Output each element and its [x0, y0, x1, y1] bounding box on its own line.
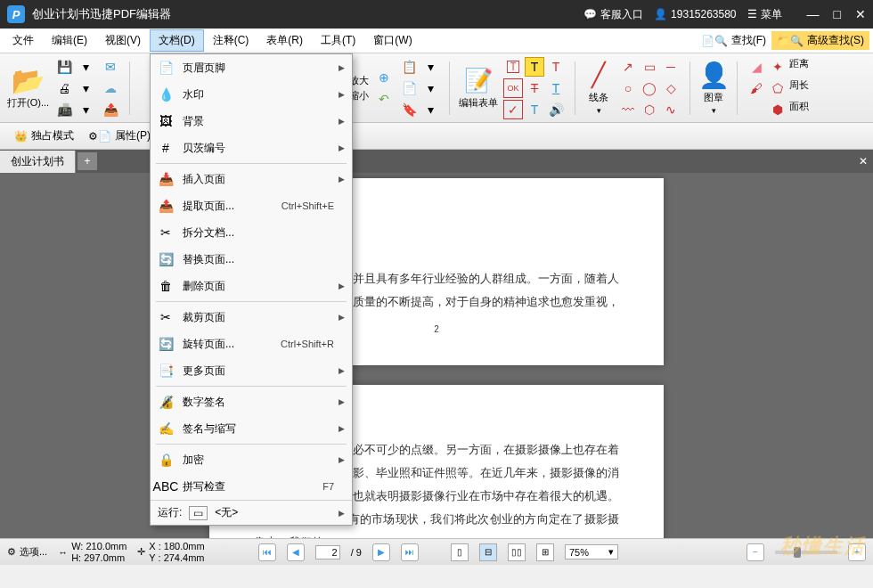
close-tab-button[interactable]: ✕: [859, 155, 868, 167]
menu-item[interactable]: ✂裁剪页面▶: [151, 304, 352, 331]
maximize-icon[interactable]: □: [834, 7, 841, 21]
app-logo-icon: P: [7, 5, 25, 23]
run-selector[interactable]: 运行: ▭ <无> ▶: [151, 500, 352, 525]
highlight-icon[interactable]: T: [525, 57, 544, 77]
cloud-icon[interactable]: ☁: [101, 78, 120, 98]
zoom-out-button[interactable]: −: [747, 543, 764, 561]
rect-icon[interactable]: ▭: [640, 57, 659, 77]
menu-item-label: 更多页面: [183, 363, 330, 379]
ellipse-icon[interactable]: ○: [618, 78, 638, 98]
stamp-button[interactable]: 👤 图章▾: [699, 61, 728, 115]
menu-item[interactable]: 🖼背景▶: [151, 108, 352, 135]
dropdown-icon[interactable]: ▾: [420, 100, 440, 119]
menu-comment[interactable]: 注释(C): [204, 29, 258, 52]
polygon-icon[interactable]: ⬡: [640, 100, 659, 119]
page-input[interactable]: [315, 545, 340, 559]
dropdown-icon[interactable]: ▾: [76, 100, 95, 119]
paste-text-icon[interactable]: 📄: [399, 78, 419, 98]
first-page-button[interactable]: ⏮: [258, 543, 276, 561]
button-icon[interactable]: OK: [503, 78, 523, 98]
polyline-icon[interactable]: 〰: [618, 100, 638, 119]
menu-item[interactable]: 🔄替换页面...: [151, 246, 352, 273]
menu-view[interactable]: 视图(V): [96, 29, 150, 52]
submenu-arrow-icon: ▶: [339, 397, 345, 406]
menu-item[interactable]: ABC拼写检查F7: [151, 473, 352, 500]
textbox-icon[interactable]: 🅃: [503, 57, 523, 77]
brush-icon[interactable]: 🖌: [747, 78, 766, 98]
account-label[interactable]: 👤 19315263580: [654, 8, 736, 20]
open-button[interactable]: 📂 打开(O)...: [7, 66, 49, 110]
prev-page-button[interactable]: ◀: [287, 543, 305, 561]
two-continuous-icon[interactable]: ⊞: [536, 543, 554, 561]
menu-item[interactable]: #贝茨编号▶: [151, 135, 352, 161]
shape-icon[interactable]: ◇: [661, 78, 681, 98]
measure-icon[interactable]: ✦: [768, 57, 787, 77]
find-button[interactable]: 📄🔍 查找(F): [696, 31, 771, 50]
text-blue-icon[interactable]: T: [525, 100, 544, 119]
zoomin-icon[interactable]: ⊕: [374, 68, 394, 87]
menu-item[interactable]: 📤提取页面...Ctrl+Shift+E: [151, 192, 352, 219]
menu-item[interactable]: 🔄旋转页面...Ctrl+Shift+R: [151, 331, 352, 357]
circle-icon[interactable]: ◯: [640, 78, 659, 98]
two-page-icon[interactable]: ▯▯: [508, 543, 526, 561]
options-button[interactable]: ⚙ 选项...: [7, 545, 47, 559]
menu-item[interactable]: 🗑删除页面▶: [151, 273, 352, 299]
close-icon[interactable]: ✕: [855, 7, 866, 21]
dropdown-icon[interactable]: ▾: [76, 57, 95, 77]
menu-window[interactable]: 窗口(W): [364, 29, 420, 52]
scan-icon[interactable]: 📠: [54, 100, 74, 119]
menu-document[interactable]: 文档(D): [150, 29, 204, 52]
menu-item[interactable]: ✂拆分文档...: [151, 219, 352, 246]
undo-icon[interactable]: ↶: [374, 89, 394, 109]
menu-item-icon: #: [158, 140, 174, 156]
underline-icon[interactable]: T: [546, 78, 566, 98]
dropdown-icon[interactable]: ▾: [420, 78, 440, 98]
single-page-icon[interactable]: ▯: [451, 543, 469, 561]
menu-item[interactable]: 📑更多页面▶: [151, 357, 352, 384]
menu-tool[interactable]: 工具(T): [312, 29, 364, 52]
checkbox-icon[interactable]: ✓: [503, 100, 523, 119]
copy-icon[interactable]: 📋: [399, 57, 419, 77]
export-icon[interactable]: 📤: [101, 100, 120, 119]
line-tool-button[interactable]: ╱ 线条▾: [584, 61, 613, 115]
menu-item[interactable]: 💧水印▶: [151, 81, 352, 108]
minimize-icon[interactable]: —: [807, 7, 820, 21]
next-page-button[interactable]: ▶: [372, 543, 390, 561]
dropdown-icon[interactable]: ▾: [420, 57, 440, 77]
curve-icon[interactable]: ∿: [661, 100, 681, 119]
strike-icon[interactable]: T: [525, 78, 544, 98]
eraser-icon[interactable]: ◢: [747, 57, 766, 77]
exclusive-mode-button[interactable]: 👑 独占模式: [7, 127, 81, 145]
text-icon[interactable]: T: [546, 57, 566, 77]
print-icon[interactable]: 🖨: [54, 78, 74, 98]
menu-form[interactable]: 表单(R): [257, 29, 312, 52]
save-icon[interactable]: 💾: [54, 57, 74, 77]
menu-edit[interactable]: 编辑(E): [43, 29, 96, 52]
arrow-icon[interactable]: ↗: [618, 57, 638, 77]
line-icon[interactable]: ─: [661, 57, 681, 77]
sound-icon[interactable]: 🔊: [546, 100, 566, 119]
pencil-icon[interactable]: [747, 100, 766, 119]
advanced-find-button[interactable]: 📁🔍 高级查找(S): [771, 31, 869, 50]
perimeter-icon[interactable]: ⬠: [768, 78, 787, 98]
edit-form-button[interactable]: 📝 编辑表单: [459, 66, 498, 110]
menu-item-icon: 📑: [158, 363, 174, 379]
menu-item[interactable]: 📥插入页面▶: [151, 166, 352, 192]
menu-item[interactable]: 🔏数字签名▶: [151, 388, 352, 415]
dropdown-icon[interactable]: ▾: [76, 78, 95, 98]
menu-file[interactable]: 文件: [4, 29, 43, 52]
email-icon[interactable]: ✉: [101, 57, 120, 77]
last-page-button[interactable]: ⏭: [401, 543, 419, 561]
support-link[interactable]: 💬 客服入口: [583, 7, 643, 22]
menu-item[interactable]: ✍签名与缩写▶: [151, 415, 352, 442]
menu-item[interactable]: 📄页眉页脚▶: [151, 54, 352, 81]
menu-item[interactable]: 🔒加密▶: [151, 446, 352, 473]
add-tab-button[interactable]: +: [78, 152, 97, 170]
menu-button[interactable]: ☰ 菜单: [747, 7, 782, 22]
cursor-pos: ✛ X : 180.0mmY : 274.4mm: [137, 541, 204, 562]
continuous-icon[interactable]: ⊟: [479, 543, 497, 561]
document-tab[interactable]: 创业计划书: [0, 151, 76, 173]
zoom-select[interactable]: 75%▾: [565, 544, 618, 559]
stamp-icon[interactable]: 🔖: [399, 100, 419, 119]
area-icon[interactable]: ⬢: [768, 100, 787, 119]
